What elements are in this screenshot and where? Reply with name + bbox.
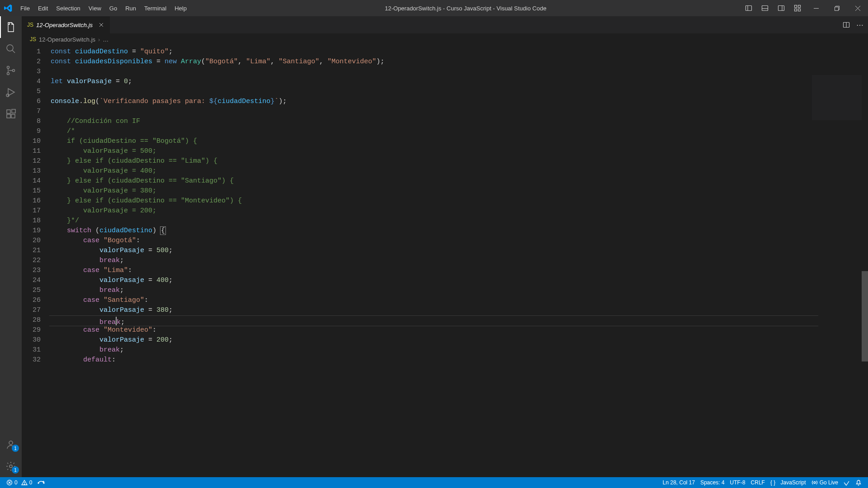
svg-point-38 — [814, 482, 816, 483]
svg-point-17 — [7, 73, 9, 75]
status-spaces[interactable]: Spaces: 4 — [698, 477, 727, 488]
editor-tabs: JS 12-OperadorSwitch.js ⋯ — [22, 16, 868, 33]
svg-point-36 — [38, 483, 39, 483]
menu-bar: FileEditSelectionViewGoRunTerminalHelp — [16, 0, 191, 16]
svg-rect-23 — [11, 114, 15, 118]
svg-point-37 — [43, 483, 44, 483]
menu-file[interactable]: File — [16, 0, 34, 16]
layout-customize-icon[interactable] — [789, 0, 806, 16]
tab-close-icon[interactable] — [98, 22, 104, 28]
status-cursor[interactable]: Ln 28, Col 17 — [660, 477, 698, 488]
menu-terminal[interactable]: Terminal — [140, 0, 170, 16]
menu-go[interactable]: Go — [105, 0, 121, 16]
svg-rect-8 — [795, 9, 797, 11]
title-bar: FileEditSelectionViewGoRunTerminalHelp 1… — [0, 0, 868, 16]
search-icon[interactable] — [0, 38, 22, 60]
code-content[interactable]: const ciudadDestino = "quito";const ciud… — [51, 45, 868, 477]
svg-rect-9 — [798, 9, 801, 11]
status-language[interactable]: { } JavaScript — [768, 477, 809, 488]
breadcrumb-file[interactable]: 12-OperadorSwitch.js — [39, 36, 95, 43]
svg-rect-7 — [798, 5, 801, 8]
menu-help[interactable]: Help — [170, 0, 191, 16]
status-encoding[interactable]: UTF-8 — [727, 477, 748, 488]
svg-point-18 — [13, 70, 15, 72]
accounts-icon[interactable]: 1 — [0, 434, 22, 455]
run-debug-icon[interactable] — [0, 81, 22, 103]
layout-left-icon[interactable] — [741, 0, 757, 16]
breadcrumb-rest[interactable]: … — [103, 36, 108, 43]
svg-line-15 — [12, 50, 15, 53]
extensions-icon[interactable] — [0, 103, 22, 125]
window-title: 12-OperadorSwitch.js - Curso JavaScript … — [191, 5, 741, 12]
svg-rect-0 — [746, 6, 752, 11]
code-editor[interactable]: 1234567891011121314151617181920212223242… — [22, 45, 868, 477]
svg-point-25 — [9, 441, 13, 445]
vscode-logo-icon — [0, 4, 16, 12]
status-eol[interactable]: CRLF — [748, 477, 768, 488]
status-ports-icon[interactable] — [35, 477, 47, 488]
line-numbers: 1234567891011121314151617181920212223242… — [22, 45, 51, 477]
status-errors[interactable]: 0 0 — [4, 477, 35, 488]
status-bar: 0 0 Ln 28, Col 17 Spaces: 4 UTF-8 CRLF {… — [0, 477, 868, 488]
minimap[interactable] — [812, 75, 862, 120]
status-golive[interactable]: Go Live — [809, 477, 841, 488]
menu-run[interactable]: Run — [121, 0, 140, 16]
activity-bar: 1 1 — [0, 16, 22, 477]
svg-rect-11 — [835, 7, 838, 10]
javascript-file-icon: JS — [27, 22, 33, 28]
split-editor-icon[interactable] — [843, 21, 850, 28]
chevron-right-icon: › — [98, 36, 100, 43]
svg-point-16 — [7, 66, 9, 69]
layout-right-icon[interactable] — [773, 0, 789, 16]
source-control-icon[interactable] — [0, 60, 22, 81]
menu-view[interactable]: View — [85, 0, 105, 16]
maximize-button[interactable] — [826, 0, 847, 16]
svg-point-14 — [7, 45, 13, 51]
menu-edit[interactable]: Edit — [34, 0, 52, 16]
svg-point-35 — [24, 484, 24, 485]
svg-rect-22 — [7, 114, 10, 118]
breadcrumbs[interactable]: JS 12-OperadorSwitch.js › … — [22, 33, 868, 45]
svg-point-26 — [9, 465, 12, 468]
explorer-icon[interactable] — [0, 16, 22, 38]
svg-rect-21 — [7, 110, 10, 113]
minimize-button[interactable] — [806, 0, 826, 16]
layout-bottom-icon[interactable] — [757, 0, 773, 16]
tab-file[interactable]: JS 12-OperadorSwitch.js — [22, 16, 110, 33]
vertical-scrollbar[interactable] — [862, 271, 868, 361]
status-prettier-icon[interactable] — [841, 477, 853, 488]
settings-gear-icon[interactable]: 1 — [0, 455, 22, 477]
more-actions-icon[interactable]: ⋯ — [856, 21, 863, 29]
tab-label: 12-OperadorSwitch.js — [36, 22, 93, 28]
close-button[interactable] — [847, 0, 868, 16]
svg-rect-4 — [778, 6, 784, 11]
svg-rect-24 — [12, 109, 15, 113]
menu-selection[interactable]: Selection — [52, 0, 84, 16]
svg-rect-6 — [795, 5, 797, 8]
svg-rect-2 — [762, 6, 768, 11]
status-bell-icon[interactable] — [853, 477, 864, 488]
javascript-file-icon: JS — [30, 36, 36, 42]
